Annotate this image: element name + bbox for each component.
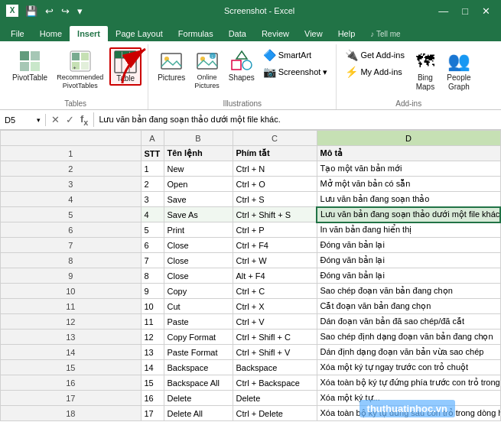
cell-lenh-4[interactable]: Save [164,192,233,207]
col-header-b[interactable]: B [164,131,233,146]
close-btn[interactable]: ✕ [477,4,495,18]
sheet-container[interactable]: A B C D 1 STT Tên lệnh Phím tắt Mô tả 21… [0,130,501,448]
cancel-formula-btn[interactable]: ✕ [49,113,62,126]
cell-mota-6[interactable]: In văn bản đang hiển thị [317,222,500,238]
tab-help[interactable]: Help [330,26,363,41]
cell-phim-18[interactable]: Ctrl + Delete [233,406,317,421]
cell-lenh-18[interactable]: Delete All [164,406,233,421]
cell-a1[interactable]: STT [141,146,164,161]
cell-stt-10[interactable]: 9 [141,284,164,299]
get-addins-button[interactable]: 🔌 Get Add-ins [343,47,406,63]
cell-phim-11[interactable]: Ctrl + X [233,299,317,314]
cell-stt-11[interactable]: 10 [141,299,164,314]
cell-mota-13[interactable]: Sao chép định dạng đoạn văn bản đang chọ… [317,330,500,345]
screenshot-button[interactable]: 📷 Screenshot ▾ [261,64,330,80]
cell-lenh-10[interactable]: Copy [164,284,233,299]
cell-stt-12[interactable]: 11 [141,314,164,330]
cell-d1[interactable]: Mô tả [317,146,500,161]
cell-c1[interactable]: Phím tắt [233,146,317,161]
col-header-c[interactable]: C [233,131,317,146]
tab-review[interactable]: Review [254,26,297,41]
minimize-btn[interactable]: — [434,4,453,18]
cell-mota-10[interactable]: Sao chép đoạn văn bản đang chọn [317,284,500,299]
cell-mota-8[interactable]: Đóng văn bản lại [317,253,500,268]
cell-lenh-15[interactable]: Backspace [164,360,233,375]
cell-phim-4[interactable]: Ctrl + S [233,192,317,207]
tab-view[interactable]: View [297,26,330,41]
cell-mota-11[interactable]: Cắt đoạn văn bản đang chọn [317,299,500,314]
cell-phim-14[interactable]: Ctrl + Shifl + V [233,345,317,360]
cell-phim-3[interactable]: Ctrl + O [233,177,317,192]
my-addins-button[interactable]: ⚡ My Add-ins [343,64,406,80]
cell-stt-15[interactable]: 14 [141,360,164,375]
tab-page-layout[interactable]: Page Layout [108,26,171,41]
cell-phim-5[interactable]: Ctrl + Shift + S [233,207,317,222]
cell-stt-2[interactable]: 1 [141,161,164,177]
recommended-pivot-button[interactable]: ✦ RecommendedPivotTables [54,47,106,92]
cell-stt-13[interactable]: 12 [141,330,164,345]
tab-formulas[interactable]: Formulas [171,26,221,41]
pictures-button[interactable]: Pictures [155,47,188,84]
cell-mota-3[interactable]: Mở một văn bản có sẵn [317,177,500,192]
smartart-button[interactable]: 🔷 SmartArt [261,47,330,63]
cell-phim-2[interactable]: Ctrl + N [233,161,317,177]
tab-tell-me[interactable]: ♪ Tell me [363,27,408,41]
cell-phim-6[interactable]: Ctrl + P [233,222,317,238]
cell-mota-5[interactable]: Lưu văn bản đang soạn thảo dưới một file… [317,207,500,222]
tab-home[interactable]: Home [32,26,70,41]
cell-stt-6[interactable]: 5 [141,222,164,238]
cell-phim-12[interactable]: Ctrl + V [233,314,317,330]
cell-stt-3[interactable]: 2 [141,177,164,192]
cell-phim-10[interactable]: Ctrl + C [233,284,317,299]
cell-phim-16[interactable]: Ctrl + Backspace [233,375,317,391]
cell-b1[interactable]: Tên lệnh [164,146,233,161]
cell-mota-17[interactable]: Xóa một ký tự... [317,391,500,406]
tab-data[interactable]: Data [221,26,254,41]
cell-mota-12[interactable]: Dán đoạn văn bản đã sao chép/đã cắt [317,314,500,330]
cell-stt-18[interactable]: 17 [141,406,164,421]
cell-mota-2[interactable]: Tạo một văn bản mới [317,161,500,177]
cell-mota-14[interactable]: Dán định dạng đoạn văn bản vừa sao chép [317,345,500,360]
cell-lenh-12[interactable]: Paste [164,314,233,330]
shapes-button[interactable]: Shapes [226,47,258,84]
cell-phim-8[interactable]: Ctrl + W [233,253,317,268]
cell-mota-9[interactable]: Đóng văn bản lại [317,268,500,284]
table-button[interactable]: Table [109,47,142,86]
cell-stt-8[interactable]: 7 [141,253,164,268]
cell-stt-16[interactable]: 15 [141,375,164,391]
cell-mota-4[interactable]: Lưu văn bản đang soạn thảo [317,192,500,207]
customize-quick-access[interactable]: ▾ [75,4,85,18]
redo-btn[interactable]: ↪ [59,4,72,18]
cell-phim-9[interactable]: Alt + F4 [233,268,317,284]
cell-reference[interactable]: D5 ▾ [0,114,46,126]
cell-lenh-13[interactable]: Copy Format [164,330,233,345]
maximize-btn[interactable]: □ [457,4,473,18]
enter-formula-btn[interactable]: ✓ [63,113,76,126]
cell-mota-16[interactable]: Xóa toàn bộ ký tự đứng phía trước con tr… [317,375,500,391]
cell-lenh-17[interactable]: Delete [164,391,233,406]
col-header-d[interactable]: D [317,131,500,146]
cell-lenh-16[interactable]: Backspace All [164,375,233,391]
cell-stt-4[interactable]: 3 [141,192,164,207]
cell-lenh-8[interactable]: Close [164,253,233,268]
cell-stt-5[interactable]: 4 [141,207,164,222]
cell-phim-7[interactable]: Ctrl + F4 [233,238,317,253]
col-header-a[interactable]: A [141,131,164,146]
cell-phim-15[interactable]: Backspace [233,360,317,375]
cell-stt-9[interactable]: 8 [141,268,164,284]
cell-stt-7[interactable]: 6 [141,238,164,253]
tab-file[interactable]: File [3,26,32,41]
cell-mota-18[interactable]: Xóa toàn bộ ký tự đứng sau con trỏ trong… [317,406,500,421]
cell-lenh-3[interactable]: Open [164,177,233,192]
cell-mota-15[interactable]: Xóa một ký tự ngay trước con trỏ chuột [317,360,500,375]
formula-input[interactable]: Lưu văn bản đang soạn thảo dưới một file… [94,113,501,126]
cell-stt-17[interactable]: 16 [141,391,164,406]
cell-ref-dropdown[interactable]: ▾ [37,116,41,124]
cell-phim-13[interactable]: Ctrl + Shifl + C [233,330,317,345]
online-pictures-button[interactable]: ↓ OnlinePictures [191,47,223,92]
cell-lenh-11[interactable]: Cut [164,299,233,314]
pivot-table-button[interactable]: PivotTable [9,47,50,84]
cell-lenh-2[interactable]: New [164,161,233,177]
cell-lenh-6[interactable]: Print [164,222,233,238]
cell-lenh-5[interactable]: Save As [164,207,233,222]
